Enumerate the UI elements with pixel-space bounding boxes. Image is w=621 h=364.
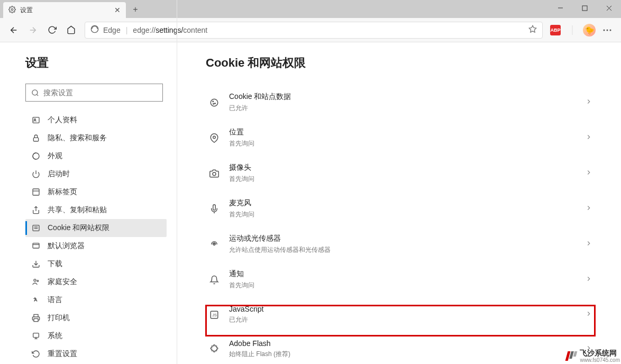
paint-icon [31, 152, 41, 160]
browser-toolbar: Edge | edge://settings/content ABP 🐤 [0, 18, 621, 42]
sidebar-item-downloads[interactable]: 下载 [25, 255, 167, 273]
forward-button[interactable] [23, 21, 42, 40]
sidebar-item-cookies[interactable]: Cookie 和网站权限 [25, 219, 167, 237]
svg-rect-17 [33, 138, 38, 141]
svg-point-37 [211, 99, 218, 106]
nav-label: 默认浏览器 [48, 241, 85, 251]
nav-label: Cookie 和网站权限 [48, 223, 109, 233]
sidebar-item-language[interactable]: 语言 [25, 291, 167, 309]
javascript-icon: JS [209, 310, 220, 320]
address-bar[interactable]: Edge | edge://settings/content [85, 22, 543, 39]
settings-search-box[interactable] [25, 84, 163, 102]
gear-icon [8, 6, 16, 15]
perm-label: 运动或光传感器 [229, 234, 585, 243]
browser-tab[interactable]: 设置 ✕ [3, 2, 126, 18]
chevron-right-icon [585, 240, 592, 249]
perm-label: Cookie 和站点数据 [229, 92, 585, 102]
nav-label: 新标签页 [48, 187, 77, 197]
location-icon [209, 133, 220, 143]
refresh-button[interactable] [42, 21, 61, 40]
perm-item-microphone[interactable]: 麦克风首先询问 [206, 191, 596, 226]
chevron-right-icon [585, 204, 592, 214]
cookie-icon [209, 98, 220, 107]
svg-point-40 [213, 103, 214, 104]
tab-title: 设置 [20, 6, 33, 15]
svg-point-29 [34, 279, 36, 281]
perm-label: 麦克风 [229, 198, 585, 208]
sidebar-item-privacy[interactable]: 隐私、搜索和服务 [25, 129, 167, 147]
settings-content: 设置 个人资料 隐私、搜索和服务 外观 启动时 [0, 42, 621, 364]
chevron-right-icon [585, 133, 592, 143]
settings-nav-list: 个人资料 隐私、搜索和服务 外观 启动时 新标签页 共享、复制和粘贴 [25, 111, 167, 364]
home-button[interactable] [61, 21, 80, 40]
sidebar-item-reset[interactable]: 重置设置 [25, 345, 167, 363]
download-icon [31, 260, 41, 268]
sidebar-item-newtab[interactable]: 新标签页 [25, 183, 167, 201]
sidebar-item-printer[interactable]: 打印机 [25, 309, 167, 327]
maximize-button[interactable] [572, 0, 597, 16]
sensor-icon [209, 240, 220, 249]
perm-item-flash[interactable]: Adobe Flash始终阻止 Flash (推荐) [206, 332, 596, 364]
sidebar-item-appearance[interactable]: 外观 [25, 147, 167, 165]
more-menu-button[interactable] [598, 21, 617, 40]
svg-rect-26 [33, 243, 39, 248]
address-protocol-label: Edge [103, 26, 121, 34]
perm-item-location[interactable]: 位置首先询问 [206, 120, 596, 156]
perm-item-cookies[interactable]: Cookie 和站点数据已允许 [206, 85, 596, 120]
watermark-logo-icon [567, 351, 577, 361]
abp-extension-icon[interactable]: ABP [547, 22, 564, 39]
language-icon [31, 296, 41, 304]
new-tab-button[interactable]: + [128, 2, 143, 17]
sidebar-item-default-browser[interactable]: 默认浏览器 [25, 237, 167, 255]
close-window-button[interactable] [597, 0, 621, 16]
perm-item-sensors[interactable]: 运动或光传感器允许站点使用运动传感器和光传感器 [206, 226, 596, 262]
permissions-icon [31, 224, 41, 232]
sidebar-item-startup[interactable]: 启动时 [25, 165, 167, 183]
perm-item-notifications[interactable]: 通知首先询问 [206, 262, 596, 297]
microphone-icon [209, 204, 220, 214]
sidebar-item-profile[interactable]: 个人资料 [25, 111, 167, 129]
perm-sublabel: 允许站点使用运动传感器和光传感器 [229, 245, 585, 254]
nav-label: 系统 [48, 331, 62, 341]
perm-item-camera[interactable]: 摄像头首先询问 [206, 156, 596, 191]
svg-point-13 [32, 89, 38, 95]
system-icon [31, 332, 41, 340]
watermark-title: 飞沙系统网 [580, 349, 620, 357]
perm-sublabel: 首先询问 [229, 281, 585, 290]
svg-rect-31 [34, 319, 38, 321]
edge-logo-icon [90, 25, 99, 35]
chevron-right-icon [585, 98, 592, 107]
sidebar-item-family[interactable]: 家庭安全 [25, 273, 167, 291]
family-icon [31, 278, 41, 286]
user-avatar[interactable]: 🐤 [581, 22, 598, 39]
nav-label: 共享、复制和粘贴 [48, 205, 107, 215]
chevron-right-icon [585, 275, 592, 285]
svg-point-30 [37, 280, 39, 282]
watermark-url: www.fs0745.com [580, 357, 620, 363]
perm-item-javascript[interactable]: JS JavaScript已允许 [206, 297, 596, 332]
lock-icon [31, 134, 41, 142]
favorite-star-icon[interactable] [528, 25, 537, 35]
sidebar-item-system[interactable]: 系统 [25, 327, 167, 345]
perm-label: Adobe Flash [229, 339, 585, 348]
perm-sublabel: 已允许 [229, 315, 585, 324]
flash-puzzle-icon [209, 344, 220, 354]
perm-label: 通知 [229, 269, 585, 279]
back-button[interactable] [4, 21, 23, 40]
nav-label: 下载 [48, 259, 62, 269]
svg-point-10 [604, 29, 605, 31]
sidebar-item-share[interactable]: 共享、复制和粘贴 [25, 201, 167, 219]
svg-marker-8 [529, 25, 536, 32]
reset-icon [31, 350, 41, 358]
svg-point-42 [213, 172, 216, 175]
svg-rect-32 [33, 333, 39, 338]
perm-label: 摄像头 [229, 163, 585, 172]
nav-label: 启动时 [48, 169, 70, 179]
svg-text:JS: JS [212, 313, 217, 317]
svg-rect-20 [33, 189, 39, 195]
search-input[interactable] [43, 88, 157, 97]
chevron-right-icon [585, 169, 592, 178]
svg-point-12 [610, 29, 611, 31]
tab-close-button[interactable]: ✕ [114, 6, 121, 14]
minimize-button[interactable] [548, 0, 572, 16]
